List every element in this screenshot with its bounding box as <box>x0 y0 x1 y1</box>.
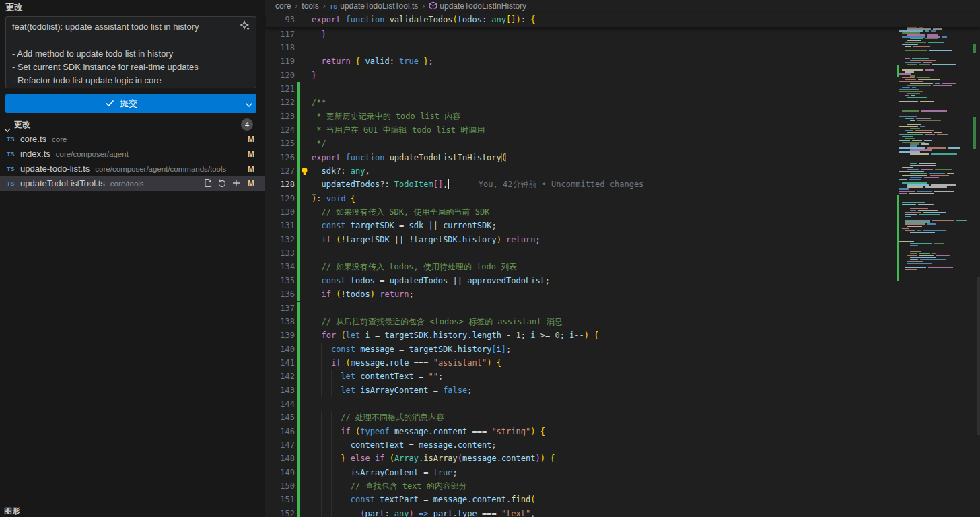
code-line[interactable]: 141 if (message.role === "assistant") { <box>266 356 980 370</box>
code-line[interactable]: 127 sdk?: any, <box>266 164 980 178</box>
line-number[interactable]: 142 <box>266 370 295 383</box>
code-line[interactable]: 135 const todos = updatedTodos || approv… <box>266 274 980 287</box>
line-number[interactable]: 93 <box>266 13 295 26</box>
breadcrumb-item[interactable]: TSupdateTodoListTool.ts <box>330 1 419 11</box>
code-line[interactable]: 144 <box>266 397 980 411</box>
stage-changes-icon[interactable] <box>232 178 241 188</box>
sticky-scroll-line[interactable]: 93export function validateTodos(todos: a… <box>266 13 980 27</box>
code-line[interactable]: 117 } <box>266 28 980 41</box>
code-line[interactable]: 148 } else if (Array.isArray(message.con… <box>266 452 980 465</box>
code-line[interactable]: 132 if (!targetSDK || !targetSDK.history… <box>266 233 980 246</box>
line-number[interactable]: 144 <box>266 397 295 411</box>
symbol-method-icon <box>429 1 440 11</box>
graph-section-header[interactable]: 图形 <box>0 502 265 517</box>
code-line[interactable]: 125 */ <box>266 137 980 150</box>
code-line[interactable]: 128 updatedTodos?: TodoItem[],You, 42分钟前… <box>266 178 980 191</box>
commit-message-input[interactable]: feat(todolist): update assistant todo li… <box>6 17 238 88</box>
line-number[interactable]: 130 <box>266 205 295 219</box>
diff-added-gutter <box>298 151 300 164</box>
line-number[interactable]: 138 <box>266 315 295 329</box>
line-number[interactable]: 129 <box>266 192 295 205</box>
line-number[interactable]: 118 <box>266 41 295 55</box>
line-number[interactable]: 122 <box>266 96 295 109</box>
line-number[interactable]: 147 <box>266 438 295 452</box>
line-number[interactable]: 132 <box>266 233 295 246</box>
code-line[interactable]: 140 const message = targetSDK.history[i]… <box>266 343 980 356</box>
code-line[interactable]: 123 * 更新历史记录中的 todo list 内容 <box>266 110 980 123</box>
line-number[interactable]: 141 <box>266 356 295 370</box>
code-line[interactable]: 124 * 当用户在 GUI 中编辑 todo list 时调用 <box>266 123 980 137</box>
code-line[interactable]: 122/** <box>266 96 980 109</box>
scm-file-row[interactable]: TSupdateTodoListTool.tscore/toolsM <box>0 176 265 191</box>
code-line[interactable]: 152 (part: any) => part.type === "text", <box>266 507 980 517</box>
overview-ruler <box>973 0 980 517</box>
code-line[interactable]: 129): void { <box>266 192 980 205</box>
scm-file-row[interactable]: TSindex.tscore/composer/agentM <box>0 147 265 162</box>
modified-badge: M <box>248 176 254 191</box>
code-line[interactable]: 142 let contentText = ""; <box>266 370 980 383</box>
line-number[interactable]: 123 <box>266 110 295 123</box>
code-line[interactable]: 146 if (typeof message.content === "stri… <box>266 425 980 438</box>
line-number[interactable]: 133 <box>266 246 295 260</box>
line-number[interactable]: 119 <box>266 55 295 68</box>
lightbulb-icon[interactable] <box>301 167 308 176</box>
line-number[interactable]: 148 <box>266 452 295 465</box>
line-number[interactable]: 139 <box>266 329 295 342</box>
code-line[interactable]: 147 contentText = message.content; <box>266 438 980 452</box>
code-line[interactable]: 145 // 处理不同格式的消息内容 <box>266 411 980 424</box>
code-line[interactable]: 133 <box>266 246 980 260</box>
breadcrumb-item[interactable]: core <box>275 1 291 11</box>
minimap[interactable] <box>896 13 973 517</box>
code-line[interactable]: 150 // 查找包含 text 的内容部分 <box>266 479 980 493</box>
line-number[interactable]: 121 <box>266 82 295 96</box>
line-number[interactable]: 137 <box>266 302 295 315</box>
code-line[interactable]: 131 const targetSDK = sdk || currentSDK; <box>266 219 980 232</box>
code-line[interactable]: 143 let isArrayContent = false; <box>266 384 980 397</box>
line-number[interactable]: 136 <box>266 287 295 301</box>
commit-dropdown-chevron[interactable] <box>245 100 253 110</box>
scm-file-row[interactable]: TSupdate-todo-list.tscore/composer/agent… <box>0 162 265 176</box>
line-number[interactable]: 117 <box>266 28 295 41</box>
line-number[interactable]: 134 <box>266 260 295 273</box>
line-number[interactable]: 135 <box>266 274 295 287</box>
line-number[interactable]: 143 <box>266 384 295 397</box>
line-number[interactable]: 126 <box>266 151 295 164</box>
code-line[interactable]: 151 const textPart = message.content.fin… <box>266 493 980 506</box>
code-line[interactable]: 121 <box>266 82 980 96</box>
breadcrumb-item[interactable]: updateTodoListInHistory <box>429 1 526 11</box>
open-file-icon[interactable] <box>203 178 213 188</box>
editor-scrollbar[interactable] <box>977 277 980 435</box>
commit-button[interactable]: 提交 <box>5 94 256 113</box>
line-number[interactable]: 124 <box>266 123 295 137</box>
line-number[interactable]: 149 <box>266 466 295 479</box>
code-line[interactable]: 119 return { valid: true }; <box>266 55 980 68</box>
scm-file-row[interactable]: TScore.tscoreM <box>0 132 265 147</box>
sticky-code-line[interactable]: 93export function validateTodos(todos: a… <box>266 13 980 26</box>
code-line[interactable]: 126export function updateTodoListInHisto… <box>266 151 980 164</box>
generate-commit-message-button[interactable] <box>238 20 252 34</box>
line-number[interactable]: 151 <box>266 493 295 506</box>
line-number[interactable]: 140 <box>266 343 295 356</box>
line-number[interactable]: 128 <box>266 178 295 191</box>
code-line[interactable]: 130 // 如果没有传入 SDK, 使用全局的当前 SDK <box>266 205 980 219</box>
diff-added-gutter <box>298 329 300 342</box>
code-line[interactable]: 120} <box>266 69 980 82</box>
line-number[interactable]: 120 <box>266 69 295 82</box>
line-number[interactable]: 125 <box>266 137 295 150</box>
line-number[interactable]: 145 <box>266 411 295 424</box>
line-number[interactable]: 150 <box>266 479 295 493</box>
changes-section-header[interactable]: 更改 4 <box>0 117 265 132</box>
line-number[interactable]: 127 <box>266 164 295 178</box>
code-line[interactable]: 149 isArrayContent = true; <box>266 466 980 479</box>
code-line[interactable]: 139 for (let i = targetSDK.history.lengt… <box>266 329 980 342</box>
code-line[interactable]: 118 <box>266 41 980 55</box>
code-line[interactable]: 138 // 从后往前查找最近的包含 <todos> 标签的 assistant… <box>266 315 980 329</box>
line-number[interactable]: 152 <box>266 507 295 517</box>
code-line[interactable]: 136 if (!todos) return; <box>266 287 980 301</box>
breadcrumb-item[interactable]: tools <box>302 1 318 11</box>
discard-changes-icon[interactable] <box>217 178 227 188</box>
code-line[interactable]: 134 // 如果没有传入 todos, 使用待处理的 todo 列表 <box>266 260 980 273</box>
code-line[interactable]: 137 <box>266 302 980 315</box>
line-number[interactable]: 146 <box>266 425 295 438</box>
line-number[interactable]: 131 <box>266 219 295 232</box>
